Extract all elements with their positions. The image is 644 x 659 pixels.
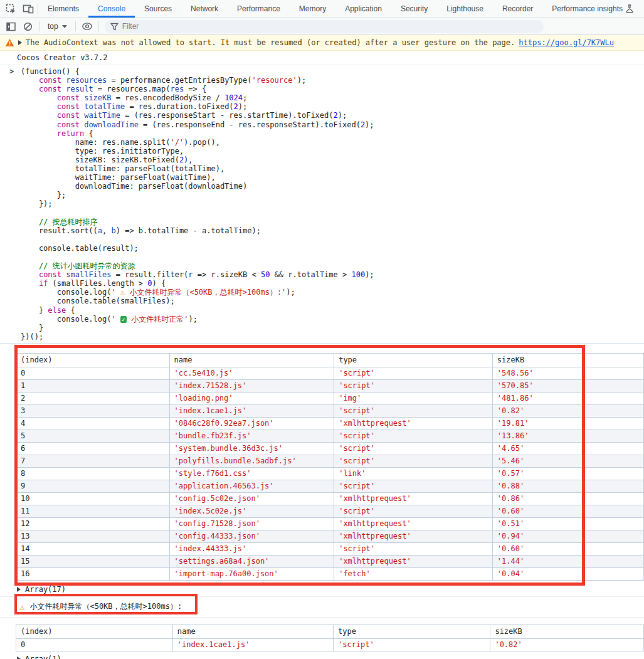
code-line — [21, 235, 644, 244]
table-cell: 15 — [16, 555, 170, 567]
tab-performance[interactable]: Performance — [228, 0, 290, 18]
table-row: 10'config.5c02e.json''xmlhttprequest''0.… — [16, 492, 644, 505]
table-cell: 'script' — [334, 542, 493, 555]
tab-elements[interactable]: Elements — [38, 0, 88, 18]
table-cell: 'style.f76d1.css' — [169, 467, 334, 480]
console-sidebar-icon[interactable] — [5, 21, 16, 32]
table-header-cell[interactable]: type — [334, 353, 493, 367]
table-cell: 4 — [16, 417, 170, 430]
table-cell: 'xmlhttprequest' — [334, 492, 493, 505]
live-expression-eye-icon[interactable] — [82, 21, 93, 32]
warning-text: The AudioContext was not allowed to star… — [26, 38, 515, 47]
tab-memory[interactable]: Memory — [290, 0, 335, 18]
console-output: The AudioContext was not allowed to star… — [0, 35, 644, 659]
table-cell: 'system.bundle.36d3c.js' — [169, 442, 334, 455]
table-row: 14'index.44333.js''script''0.60' — [16, 542, 644, 555]
tab-security[interactable]: Security — [391, 0, 437, 18]
tab-label: Performance insights — [552, 4, 623, 13]
table-cell: 'script' — [334, 367, 493, 379]
code-line: const sizeKB = res.encodedBodySize / 102… — [21, 93, 644, 102]
warning-link[interactable]: https://goo.gl/7K7WLu — [519, 38, 614, 47]
filter-input[interactable]: Filter — [105, 20, 544, 33]
table-cell: 'import-map.76a00.json' — [169, 567, 334, 580]
table-cell: 1 — [16, 379, 170, 392]
table-cell: 'index.44333.js' — [169, 542, 334, 555]
console-table-small-files: (index)nametypesizeKB0'index.1cae1.js''s… — [16, 625, 644, 651]
table-row: 3'index.1cae1.js''script''0.82' — [16, 404, 644, 417]
code-line: const totalTime = res.duration.toFixed(2… — [21, 102, 644, 111]
code-line: const smallFiles = result.filter(r => r.… — [21, 270, 644, 279]
table-cell: 'script' — [334, 430, 493, 442]
expand-triangle-icon[interactable] — [18, 40, 22, 45]
table-header-cell[interactable]: (index) — [16, 625, 173, 638]
table-cell: 'xmlhttprequest' — [334, 555, 493, 567]
toolbar-separator — [98, 21, 99, 31]
tab-label: Security — [401, 4, 428, 13]
table-row: 16'import-map.76a00.json''fetch''0.04' — [16, 567, 644, 580]
table-cell: 7 — [16, 455, 170, 467]
table-cell: 'polyfills.bundle.5adbf.js' — [169, 455, 334, 467]
table-cell: '0846c28f0.92ea7.json' — [169, 417, 334, 430]
code-line: (function() { — [21, 67, 644, 76]
table-cell: '0.51' — [492, 517, 643, 530]
table-cell: 'script' — [334, 505, 493, 517]
table-cell: 'index.71528.js' — [169, 379, 334, 392]
clear-console-icon[interactable] — [22, 21, 33, 32]
code-line: console.log(' ✓ 小文件耗时正常'); — [21, 315, 644, 324]
tab-label: Network — [191, 4, 218, 13]
chevron-down-icon — [62, 25, 67, 28]
device-toolbar-icon[interactable] — [23, 3, 34, 14]
code-line: return { — [21, 129, 644, 138]
array17-row: Array(17) — [0, 582, 644, 597]
devtools-tabbar: ElementsConsoleSourcesNetworkPerformance… — [0, 0, 644, 18]
code-line: // 统计小图耗时异常的资源 — [21, 261, 644, 270]
table-header-cell[interactable]: type — [333, 625, 490, 638]
table-cell: 6 — [16, 442, 170, 455]
expand-triangle-icon[interactable] — [17, 587, 21, 592]
table-cell: 'application.46563.js' — [169, 480, 334, 492]
tab-lighthouse[interactable]: Lighthouse — [437, 0, 493, 18]
table-cell: 'config.5c02e.json' — [169, 492, 334, 505]
tab-application[interactable]: Application — [335, 0, 391, 18]
code-line: totalTime: parseFloat(totalTime), — [21, 164, 644, 173]
table-header-cell[interactable]: sizeKB — [490, 625, 644, 638]
tab-network[interactable]: Network — [181, 0, 228, 18]
table-header-cell[interactable]: (index) — [16, 353, 170, 367]
table-header-cell[interactable]: name — [169, 353, 334, 367]
table-cell: 8 — [16, 467, 170, 480]
tab-label: Sources — [144, 4, 172, 13]
table-cell: 'xmlhttprequest' — [334, 517, 493, 530]
table-row: 15'settings.a68a4.json''xmlhttprequest''… — [16, 555, 644, 567]
table-cell: 'config.71528.json' — [169, 517, 334, 530]
code-line: sizeKB: sizeKB.toFixed(2), — [21, 156, 644, 164]
context-selector[interactable]: top — [45, 22, 70, 31]
table-cell: '0.94' — [492, 530, 643, 542]
table-header-cell[interactable]: name — [172, 625, 333, 638]
tab-sources[interactable]: Sources — [135, 0, 181, 18]
table-row: 7'polyfills.bundle.5adbf.js''script''5.4… — [16, 455, 644, 467]
code-line: } — [21, 324, 644, 332]
code-line: const waitTime = (res.responseStart - re… — [21, 111, 644, 120]
expand-triangle-icon[interactable] — [17, 656, 21, 659]
table-cell: 'script' — [334, 480, 493, 492]
tab-performance-insights[interactable]: Performance insights — [542, 0, 643, 18]
tab-console[interactable]: Console — [88, 0, 135, 18]
table-cell: '570.85' — [492, 379, 643, 392]
log-text: Cocos Creator v3.7.2 — [17, 53, 108, 62]
table-cell: 3 — [16, 404, 170, 417]
tab-recorder[interactable]: Recorder — [493, 0, 542, 18]
code-line: const resources = performance.getEntries… — [21, 76, 644, 85]
table-cell: 'bundle.fb23f.js' — [169, 430, 334, 442]
code-line: downloadTime: parseFloat(downloadTime) — [21, 182, 644, 191]
filter-placeholder: Filter — [122, 22, 139, 31]
table-row: 12'config.71528.json''xmlhttprequest''0.… — [16, 517, 644, 530]
code-line: // 按总耗时排序 — [21, 218, 644, 226]
code-line: console.table(result); — [21, 244, 644, 253]
table-row: 8'style.f76d1.css''link''0.57' — [16, 467, 644, 480]
inspect-element-icon[interactable] — [5, 3, 16, 14]
toolbar-separator — [75, 21, 76, 31]
console-table-resources: (index)nametypesizeKB0'cc.5e410.js''scri… — [16, 353, 644, 581]
code-line — [21, 209, 644, 218]
table-cell: '0.04' — [492, 567, 643, 580]
table-header-cell[interactable]: sizeKB — [492, 353, 643, 367]
